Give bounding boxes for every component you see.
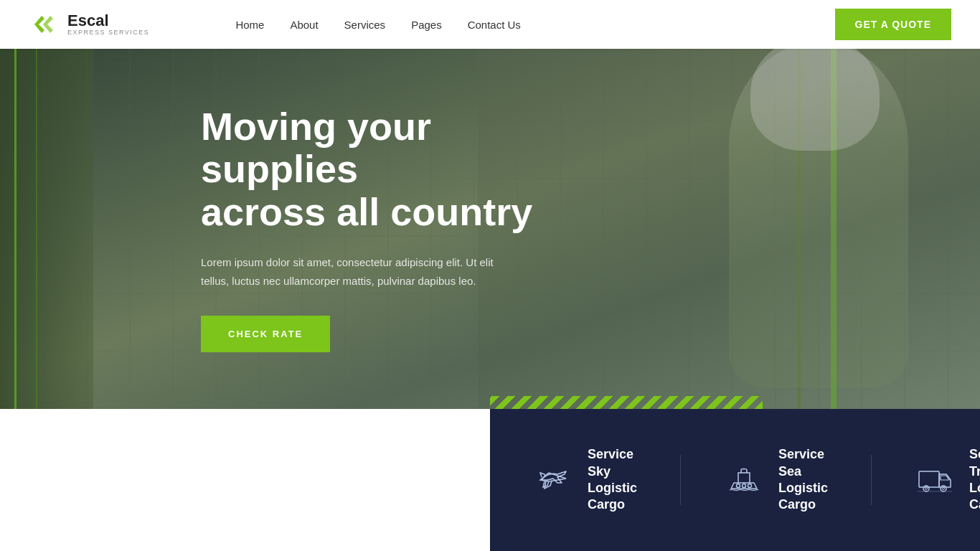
nav-about[interactable]: About: [290, 19, 318, 31]
nav-services[interactable]: Services: [344, 19, 386, 31]
service-truck-label: Service Truck Logistic Cargo: [969, 446, 980, 514]
hero-description: Lorem ipsum dolor sit amet, consectetur …: [201, 253, 509, 290]
svg-point-6: [923, 486, 929, 491]
hero-title: Moving your supplies across all country: [201, 105, 574, 233]
hero-content: Moving your supplies across all country …: [0, 57, 574, 352]
navbar: Escal EXPRESS SERVICES Home About Servic…: [0, 0, 980, 49]
service-item-sky[interactable]: Service Sky Logistic Cargo: [533, 446, 637, 514]
nav-links: Home About Services Pages Contact Us: [235, 19, 521, 31]
svg-point-3: [743, 484, 746, 488]
svg-point-2: [737, 484, 740, 488]
svg-point-7: [925, 488, 928, 490]
diagonal-pattern: [490, 396, 763, 409]
svg-point-4: [748, 484, 752, 488]
svg-marker-0: [34, 16, 44, 33]
nav-pages[interactable]: Pages: [411, 19, 442, 31]
svg-point-9: [943, 488, 945, 490]
logo[interactable]: Escal EXPRESS SERVICES: [29, 9, 149, 40]
brand-name: Escal: [67, 13, 149, 29]
ship-icon: [724, 460, 764, 500]
brand-tagline: EXPRESS SERVICES: [67, 29, 149, 36]
logo-icon: [29, 9, 60, 40]
svg-rect-5: [919, 471, 939, 487]
nav-contact[interactable]: Contact Us: [468, 19, 521, 31]
divider-2: [871, 455, 872, 505]
get-quote-button[interactable]: GET A QUOTE: [835, 9, 951, 40]
svg-marker-1: [43, 16, 53, 33]
service-item-truck[interactable]: Service Truck Logistic Cargo: [915, 446, 980, 514]
divider-1: [680, 455, 681, 505]
plane-icon: [533, 460, 573, 500]
service-sky-label: Service Sky Logistic Cargo: [588, 446, 637, 514]
svg-point-8: [941, 486, 946, 491]
check-rate-button[interactable]: CHECK RATE: [201, 316, 330, 352]
truck-icon: [915, 460, 955, 500]
hero-section: Moving your supplies across all country …: [0, 0, 980, 409]
services-bar: Service Sky Logistic Cargo: [490, 409, 980, 551]
service-sea-label: Service Sea Logistic Cargo: [778, 446, 828, 514]
service-item-sea[interactable]: Service Sea Logistic Cargo: [724, 446, 828, 514]
nav-home[interactable]: Home: [235, 19, 264, 31]
